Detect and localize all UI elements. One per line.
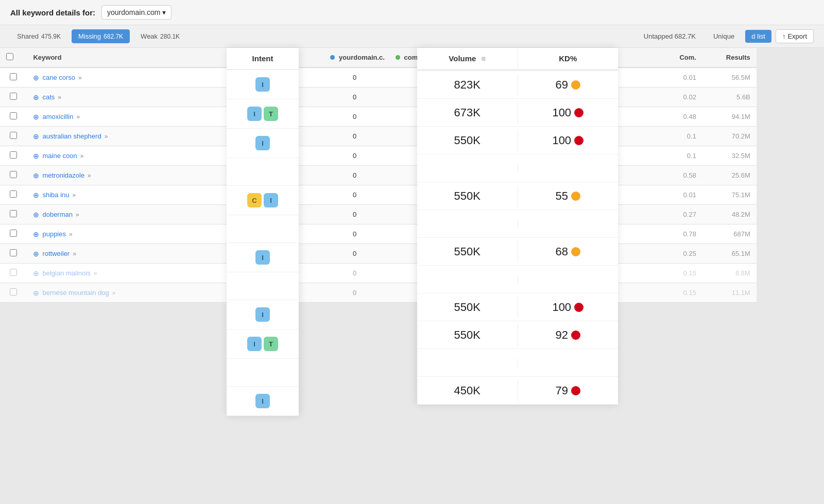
- keyword-cell[interactable]: ⊕ belgian malinois »: [27, 264, 216, 283]
- row-checkbox[interactable]: [10, 190, 17, 198]
- add-keyword-icon[interactable]: ⊕: [33, 269, 39, 277]
- row-checkbox[interactable]: [10, 93, 17, 100]
- table-row: ⊕ rottweiler » 0 0.25 65.1M: [0, 244, 824, 264]
- row-checkbox-cell[interactable]: [0, 127, 27, 146]
- com-value: 0.1: [622, 146, 702, 166]
- tab-untapped[interactable]: Untapped 682.7K: [637, 29, 702, 43]
- keyword-link[interactable]: puppies: [42, 230, 66, 238]
- row-checkbox-cell[interactable]: [0, 88, 27, 107]
- row-checkbox-cell[interactable]: [0, 283, 27, 303]
- keyword-link[interactable]: shiba inu: [42, 191, 69, 199]
- keyword-link[interactable]: bernese mountain dog: [42, 289, 109, 297]
- row-checkbox-cell[interactable]: [0, 146, 27, 166]
- chevron-icon: »: [94, 270, 97, 277]
- results-header[interactable]: Results: [702, 48, 757, 67]
- keyword-cell[interactable]: ⊕ metronidazole »: [27, 166, 216, 185]
- row-checkbox[interactable]: [10, 112, 17, 119]
- row-checkbox[interactable]: [10, 210, 17, 217]
- tab-unique[interactable]: Unique: [707, 29, 741, 43]
- com-value: 0.15: [622, 264, 702, 283]
- keyword-link[interactable]: cats: [42, 93, 55, 101]
- tab-bar: Shared 475.9K Missing 682.7K Weak 280.1K…: [0, 25, 824, 48]
- keyword-cell[interactable]: ⊕ rottweiler »: [27, 244, 216, 264]
- keyword-link[interactable]: belgian malinois: [42, 269, 90, 277]
- intent-badge-i: I: [255, 250, 270, 265]
- keyword-link[interactable]: cane corso: [42, 74, 75, 81]
- keyword-cell[interactable]: ⊕ maine coon »: [27, 146, 216, 166]
- kd-value: 79: [556, 384, 568, 397]
- add-keyword-icon[interactable]: ⊕: [33, 132, 39, 141]
- intent-row: [227, 215, 299, 243]
- yourdomain-pos: 0: [324, 146, 385, 166]
- table-row: ⊕ puppies » 0 0.78 687M: [0, 224, 824, 244]
- row-checkbox-cell[interactable]: [0, 264, 27, 283]
- kd-panel-header[interactable]: KD%: [518, 48, 619, 70]
- add-keyword-icon[interactable]: ⊕: [33, 230, 39, 238]
- row-checkbox-cell[interactable]: [0, 185, 27, 205]
- row-checkbox[interactable]: [10, 249, 17, 256]
- kd-cell: [518, 359, 619, 367]
- domain-value: yourdomain.com ▾: [107, 8, 166, 16]
- tab-weak[interactable]: Weak 280.1K: [134, 29, 186, 43]
- row-checkbox-cell[interactable]: [0, 205, 27, 224]
- volume-value: 550K: [454, 328, 480, 341]
- keyword-cell[interactable]: ⊕ shiba inu »: [27, 185, 216, 205]
- add-keyword-icon[interactable]: ⊕: [33, 171, 39, 180]
- row-checkbox-cell[interactable]: [0, 107, 27, 127]
- vol-kd-header: Volume ≡ KD%: [417, 48, 618, 71]
- add-keyword-icon[interactable]: ⊕: [33, 113, 39, 121]
- vol-kd-row: [417, 349, 618, 377]
- keyword-link[interactable]: metronidazole: [42, 171, 84, 179]
- keyword-header[interactable]: Keyword: [27, 48, 216, 67]
- tab-shared[interactable]: Shared 475.9K: [10, 29, 67, 43]
- vol-kd-row: 550K 100: [417, 127, 618, 154]
- row-checkbox-cell[interactable]: [0, 166, 27, 185]
- kd-cell: 92: [518, 324, 619, 346]
- domain-selector[interactable]: yourdomain.com ▾: [101, 5, 171, 20]
- keyword-cell[interactable]: ⊕ puppies »: [27, 224, 216, 244]
- keyword-cell[interactable]: ⊕ australian shepherd »: [27, 127, 216, 146]
- row-checkbox[interactable]: [10, 288, 17, 296]
- keyword-link[interactable]: doberman: [42, 211, 73, 218]
- row-checkbox[interactable]: [10, 171, 17, 178]
- volume-panel-header[interactable]: Volume ≡: [417, 48, 518, 70]
- vol-kd-row: 550K 68: [417, 238, 618, 266]
- com-header[interactable]: Com.: [622, 48, 702, 67]
- checkbox-header[interactable]: [0, 48, 27, 67]
- keyword-cell[interactable]: ⊕ cats »: [27, 88, 216, 107]
- intent-row: [227, 272, 299, 300]
- add-keyword-icon[interactable]: ⊕: [33, 93, 39, 101]
- add-keyword-icon[interactable]: ⊕: [33, 191, 39, 199]
- add-keyword-icon[interactable]: ⊕: [33, 74, 39, 82]
- row-checkbox[interactable]: [10, 151, 17, 159]
- kd-value: 69: [556, 78, 568, 92]
- keyword-cell[interactable]: ⊕ bernese mountain dog »: [27, 283, 216, 303]
- table-row: ⊕ cane corso » 0 0.01 56.5M: [0, 67, 824, 88]
- add-keyword-icon[interactable]: ⊕: [33, 289, 39, 297]
- row-checkbox[interactable]: [10, 230, 17, 237]
- row-checkbox[interactable]: [10, 132, 17, 139]
- export-button[interactable]: ↑ Export: [776, 29, 814, 43]
- keyword-link[interactable]: rottweiler: [42, 250, 70, 257]
- row-checkbox-cell[interactable]: [0, 224, 27, 244]
- keyword-link[interactable]: amoxicillin: [42, 113, 73, 120]
- row-checkbox-cell[interactable]: [0, 244, 27, 264]
- row-checkbox-cell[interactable]: [0, 67, 27, 88]
- add-keyword-icon[interactable]: ⊕: [33, 152, 39, 160]
- kd-indicator: [571, 331, 580, 340]
- tab-weak-count: 280.1K: [160, 33, 180, 40]
- volume-value: 823K: [454, 78, 480, 91]
- volume-value: 550K: [454, 189, 480, 202]
- keyword-link[interactable]: maine coon: [42, 152, 77, 160]
- keyword-link[interactable]: australian shepherd: [42, 132, 101, 140]
- add-keyword-icon[interactable]: ⊕: [33, 211, 39, 219]
- keyword-cell[interactable]: ⊕ cane corso »: [27, 67, 216, 88]
- com-value: 0.1: [622, 127, 702, 146]
- row-checkbox[interactable]: [10, 73, 17, 80]
- row-checkbox[interactable]: [10, 269, 17, 276]
- add-keyword-icon[interactable]: ⊕: [33, 250, 39, 258]
- keyword-cell[interactable]: ⊕ amoxicillin »: [27, 107, 216, 127]
- tab-missing[interactable]: Missing 682.7K: [72, 29, 130, 43]
- keyword-cell[interactable]: ⊕ doberman »: [27, 205, 216, 224]
- add-list-button[interactable]: d list: [745, 30, 771, 43]
